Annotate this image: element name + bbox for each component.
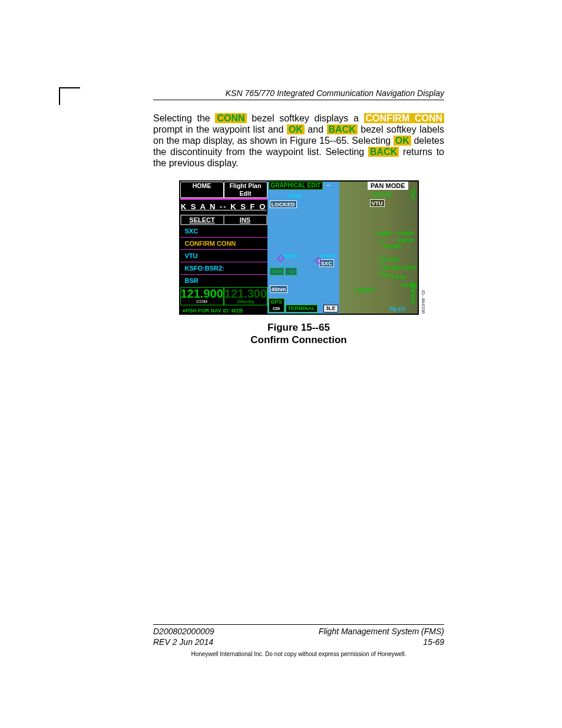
- figure-id-label: ID--484336: [421, 290, 426, 314]
- system-name: Flight Management System (FMS): [319, 627, 444, 636]
- select-ins-row: SELECT INS: [180, 215, 267, 225]
- map-vtu: VTU: [370, 199, 385, 207]
- map-koxr: KOXR: [376, 191, 392, 197]
- figure-15-65: HOME Flight Plan Edit K S A N -- K S F O…: [179, 180, 419, 315]
- locked-badge: LOCKED: [270, 200, 297, 208]
- home-tab[interactable]: HOME: [180, 182, 224, 198]
- ok-softkey-label[interactable]: OK: [409, 182, 418, 205]
- body-paragraph: Selecting the CONN bezel softkey display…: [153, 113, 444, 169]
- push-for-nav-line: ●PSH FOR NAV ID: MZB: [180, 308, 270, 314]
- circle-icon: [378, 257, 384, 262]
- map-bottom-row: GPS CDI TERMINAL 3LE Pg 1/3: [267, 298, 418, 314]
- left-panel-tabs: HOME Flight Plan Edit: [180, 182, 267, 200]
- map-kpoc: KPOC: [402, 282, 418, 288]
- figure-caption: Figure 15--65 Confirm Connection: [153, 322, 444, 346]
- com-standby[interactable]: 121.300 Standby: [224, 287, 267, 305]
- ok-softkey-ref2: OK: [394, 136, 411, 146]
- gps-cdi-box: GPS CDI: [269, 298, 285, 312]
- waypoint-bsr[interactable]: BSR: [180, 275, 267, 286]
- waypoint-list-panel: HOME Flight Plan Edit K S A N -- K S F O…: [180, 182, 267, 314]
- map-kcpm: KCPM: [383, 256, 399, 262]
- map-kful: KFUL: [392, 274, 407, 280]
- circle-icon: [355, 288, 360, 293]
- map-knsi: KNSI: [289, 192, 302, 199]
- terminal-box: TERMINAL: [286, 305, 318, 312]
- waypoint-vtu[interactable]: VTU: [180, 250, 267, 262]
- map-kbur: KBUR: [398, 237, 414, 243]
- com-active[interactable]: 121.900 COM: [180, 287, 224, 305]
- waypoint-sxc[interactable]: SXC: [180, 225, 267, 238]
- map-khhr: KHHR: [385, 243, 401, 249]
- confirm-conn-prompt[interactable]: CONFIRM CONN: [180, 238, 267, 250]
- circle-icon: [379, 239, 385, 245]
- tab-sep: --: [326, 182, 330, 190]
- doc-id: D200802000009: [153, 627, 214, 636]
- map-kavx: KAVX: [320, 252, 336, 259]
- map-display[interactable]: GRAPHICAL EDIT -- PAN MODE OK BACK LOCKE…: [267, 182, 418, 314]
- page-number: 15-69: [423, 637, 444, 647]
- range-box: 40nm: [270, 285, 288, 293]
- tfr-box: TFR :02: [270, 268, 297, 275]
- route-title: K S A N -- K S F O: [180, 200, 267, 215]
- page-header: KSN 765/770 Integrated Communication Nav…: [153, 88, 444, 100]
- map-knuc: KNUC: [283, 252, 299, 259]
- map-ksna: KSNA: [359, 286, 375, 293]
- waypoint-ksfo-bsr2[interactable]: KSFO:BSR2:: [180, 262, 267, 275]
- graphical-edit-tab[interactable]: GRAPHICAL EDIT: [269, 182, 323, 190]
- page-footer: D200802000009 REV 2 Jun 2014 Flight Mana…: [153, 624, 444, 657]
- com-radio-box: 121.900 COM 121.300 Standby: [180, 287, 267, 305]
- map-klgb: KLGB: [384, 264, 400, 271]
- map-kemt: KEMT: [402, 264, 418, 271]
- map-kwhp: KWHP: [397, 230, 414, 236]
- select-button[interactable]: SELECT: [181, 215, 224, 225]
- ok-softkey-ref1: OK: [287, 124, 305, 134]
- back-softkey-ref2: BACK: [368, 147, 399, 157]
- circle-icon: [371, 193, 376, 199]
- confirm-conn-softkey: CONFIRM CONN: [364, 113, 444, 123]
- ins-button[interactable]: INS: [224, 215, 267, 225]
- circle-icon: [379, 265, 385, 271]
- back-softkey-ref1: BACK: [327, 124, 358, 134]
- map-top-tabs: GRAPHICAL EDIT -- PAN MODE: [267, 182, 409, 190]
- corner-mark: [59, 87, 80, 105]
- map-ksli: KSLI: [379, 271, 392, 278]
- rev-date: REV 2 Jun 2014: [153, 637, 213, 647]
- pan-mode-tab[interactable]: PAN MODE: [368, 182, 408, 190]
- page-indicator: Pg 1/3: [388, 306, 407, 312]
- copyright-line: Honeywell International Inc. Do not copy…: [153, 651, 444, 657]
- conn-softkey: CONN: [215, 113, 246, 123]
- map-ksmo: KSMO: [376, 230, 393, 236]
- flight-plan-edit-tab[interactable]: Flight Plan Edit: [224, 182, 267, 198]
- 3le-box: 3LE: [323, 305, 338, 312]
- header-title: KSN 765/770 Integrated Communication Nav…: [226, 88, 444, 98]
